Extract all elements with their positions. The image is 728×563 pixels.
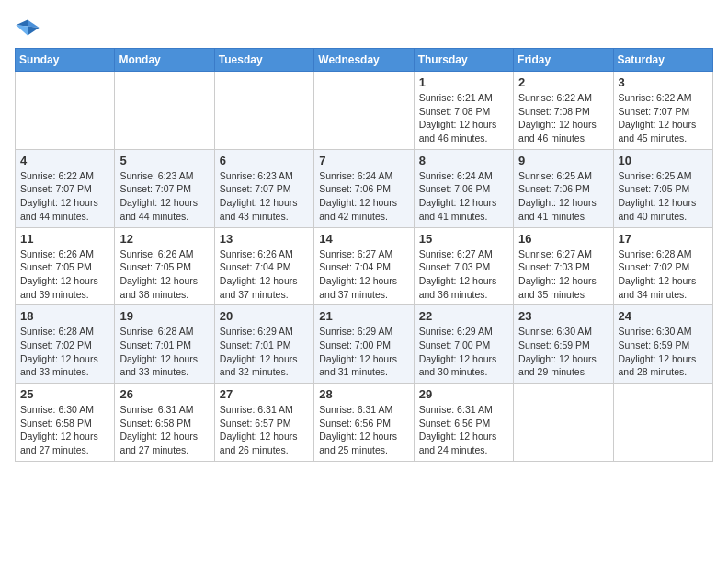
day-number: 16 xyxy=(518,232,608,246)
day-info: Sunrise: 6:28 AM Sunset: 7:01 PM Dayligh… xyxy=(119,325,209,379)
day-number: 2 xyxy=(518,75,608,89)
calendar-cell: 11Sunrise: 6:26 AM Sunset: 7:05 PM Dayli… xyxy=(16,227,115,305)
calendar-cell: 25Sunrise: 6:30 AM Sunset: 6:58 PM Dayli… xyxy=(16,384,115,462)
calendar-cell: 21Sunrise: 6:29 AM Sunset: 7:00 PM Dayli… xyxy=(314,305,414,384)
day-number: 28 xyxy=(319,387,408,401)
day-info: Sunrise: 6:23 AM Sunset: 7:07 PM Dayligh… xyxy=(119,169,209,224)
calendar-cell: 16Sunrise: 6:27 AM Sunset: 7:03 PM Dayli… xyxy=(514,227,613,305)
calendar-cell: 4Sunrise: 6:22 AM Sunset: 7:07 PM Daylig… xyxy=(16,149,115,227)
calendar-cell xyxy=(115,72,214,150)
day-number: 22 xyxy=(419,309,508,323)
day-info: Sunrise: 6:28 AM Sunset: 7:02 PM Dayligh… xyxy=(20,325,109,379)
calendar-header-thursday: Thursday xyxy=(414,49,513,72)
day-number: 7 xyxy=(319,154,408,167)
calendar-cell xyxy=(314,72,414,150)
calendar-cell: 3Sunrise: 6:22 AM Sunset: 7:07 PM Daylig… xyxy=(613,72,712,150)
calendar-cell: 6Sunrise: 6:23 AM Sunset: 7:07 PM Daylig… xyxy=(214,149,313,227)
day-number: 3 xyxy=(619,75,708,89)
day-info: Sunrise: 6:26 AM Sunset: 7:05 PM Dayligh… xyxy=(20,247,109,302)
day-number: 15 xyxy=(419,232,508,246)
day-info: Sunrise: 6:25 AM Sunset: 7:05 PM Dayligh… xyxy=(619,169,708,224)
calendar-cell: 22Sunrise: 6:29 AM Sunset: 7:00 PM Dayli… xyxy=(414,305,513,384)
day-info: Sunrise: 6:21 AM Sunset: 7:08 PM Dayligh… xyxy=(419,91,508,145)
day-info: Sunrise: 6:31 AM Sunset: 6:58 PM Dayligh… xyxy=(119,403,209,457)
calendar-header-saturday: Saturday xyxy=(613,49,712,72)
day-number: 26 xyxy=(119,387,209,401)
calendar-cell: 23Sunrise: 6:30 AM Sunset: 6:59 PM Dayli… xyxy=(514,305,613,384)
svg-marker-3 xyxy=(16,25,28,35)
calendar-cell: 28Sunrise: 6:31 AM Sunset: 6:56 PM Dayli… xyxy=(314,384,414,462)
calendar-week-2: 4Sunrise: 6:22 AM Sunset: 7:07 PM Daylig… xyxy=(16,149,713,227)
calendar-cell: 12Sunrise: 6:26 AM Sunset: 7:05 PM Dayli… xyxy=(115,227,214,305)
calendar-cell: 2Sunrise: 6:22 AM Sunset: 7:08 PM Daylig… xyxy=(514,72,613,150)
svg-marker-2 xyxy=(28,27,40,36)
day-number: 13 xyxy=(220,232,309,246)
calendar-cell: 1Sunrise: 6:21 AM Sunset: 7:08 PM Daylig… xyxy=(414,72,513,150)
calendar-cell: 13Sunrise: 6:26 AM Sunset: 7:04 PM Dayli… xyxy=(214,227,313,305)
day-info: Sunrise: 6:31 AM Sunset: 6:56 PM Dayligh… xyxy=(419,403,508,457)
day-number: 5 xyxy=(119,154,209,167)
calendar-cell: 19Sunrise: 6:28 AM Sunset: 7:01 PM Dayli… xyxy=(115,305,214,384)
calendar-table: SundayMondayTuesdayWednesdayThursdayFrid… xyxy=(15,48,713,462)
day-number: 21 xyxy=(319,309,408,323)
day-info: Sunrise: 6:27 AM Sunset: 7:04 PM Dayligh… xyxy=(319,247,408,302)
calendar-cell: 10Sunrise: 6:25 AM Sunset: 7:05 PM Dayli… xyxy=(613,149,712,227)
calendar-header-wednesday: Wednesday xyxy=(314,49,414,72)
calendar-cell: 27Sunrise: 6:31 AM Sunset: 6:57 PM Dayli… xyxy=(214,384,313,462)
calendar-week-3: 11Sunrise: 6:26 AM Sunset: 7:05 PM Dayli… xyxy=(16,227,713,305)
calendar-cell: 29Sunrise: 6:31 AM Sunset: 6:56 PM Dayli… xyxy=(414,384,513,462)
day-number: 18 xyxy=(20,309,109,323)
day-info: Sunrise: 6:31 AM Sunset: 6:57 PM Dayligh… xyxy=(220,403,309,457)
day-info: Sunrise: 6:22 AM Sunset: 7:08 PM Dayligh… xyxy=(518,91,608,145)
day-number: 25 xyxy=(20,387,109,401)
day-info: Sunrise: 6:30 AM Sunset: 6:58 PM Dayligh… xyxy=(20,403,109,457)
logo xyxy=(15,15,44,40)
day-info: Sunrise: 6:30 AM Sunset: 6:59 PM Dayligh… xyxy=(518,325,608,379)
day-info: Sunrise: 6:24 AM Sunset: 7:06 PM Dayligh… xyxy=(419,169,508,224)
day-info: Sunrise: 6:24 AM Sunset: 7:06 PM Dayligh… xyxy=(319,169,408,224)
calendar-cell: 18Sunrise: 6:28 AM Sunset: 7:02 PM Dayli… xyxy=(16,305,115,384)
calendar-week-1: 1Sunrise: 6:21 AM Sunset: 7:08 PM Daylig… xyxy=(16,72,713,150)
day-info: Sunrise: 6:23 AM Sunset: 7:07 PM Dayligh… xyxy=(220,169,309,224)
day-number: 19 xyxy=(119,309,209,323)
day-number: 27 xyxy=(220,387,309,401)
day-number: 14 xyxy=(319,232,408,246)
calendar-cell xyxy=(16,72,115,150)
day-info: Sunrise: 6:26 AM Sunset: 7:05 PM Dayligh… xyxy=(119,247,209,302)
calendar-cell: 26Sunrise: 6:31 AM Sunset: 6:58 PM Dayli… xyxy=(115,384,214,462)
calendar-cell: 9Sunrise: 6:25 AM Sunset: 7:06 PM Daylig… xyxy=(514,149,613,227)
calendar-header-tuesday: Tuesday xyxy=(214,49,313,72)
calendar-header-row: SundayMondayTuesdayWednesdayThursdayFrid… xyxy=(16,49,713,72)
calendar-header-friday: Friday xyxy=(514,49,613,72)
day-number: 23 xyxy=(518,309,608,323)
calendar-cell: 14Sunrise: 6:27 AM Sunset: 7:04 PM Dayli… xyxy=(314,227,414,305)
day-number: 12 xyxy=(119,232,209,246)
calendar-cell: 17Sunrise: 6:28 AM Sunset: 7:02 PM Dayli… xyxy=(613,227,712,305)
day-info: Sunrise: 6:27 AM Sunset: 7:03 PM Dayligh… xyxy=(518,247,608,302)
day-info: Sunrise: 6:28 AM Sunset: 7:02 PM Dayligh… xyxy=(619,247,708,302)
day-number: 17 xyxy=(619,232,708,246)
day-info: Sunrise: 6:27 AM Sunset: 7:03 PM Dayligh… xyxy=(419,247,508,302)
calendar-cell: 20Sunrise: 6:29 AM Sunset: 7:01 PM Dayli… xyxy=(214,305,313,384)
day-info: Sunrise: 6:22 AM Sunset: 7:07 PM Dayligh… xyxy=(619,91,708,145)
day-info: Sunrise: 6:26 AM Sunset: 7:04 PM Dayligh… xyxy=(220,247,309,302)
page-header xyxy=(15,15,713,40)
calendar-cell: 5Sunrise: 6:23 AM Sunset: 7:07 PM Daylig… xyxy=(115,149,214,227)
day-info: Sunrise: 6:29 AM Sunset: 7:01 PM Dayligh… xyxy=(220,325,309,379)
day-info: Sunrise: 6:29 AM Sunset: 7:00 PM Dayligh… xyxy=(419,325,508,379)
calendar-cell: 24Sunrise: 6:30 AM Sunset: 6:59 PM Dayli… xyxy=(613,305,712,384)
day-number: 4 xyxy=(20,154,109,167)
svg-marker-0 xyxy=(28,20,40,28)
day-number: 10 xyxy=(619,154,708,167)
day-info: Sunrise: 6:29 AM Sunset: 7:00 PM Dayligh… xyxy=(319,325,408,379)
calendar-cell xyxy=(613,384,712,462)
calendar-header-monday: Monday xyxy=(115,49,214,72)
calendar-header-sunday: Sunday xyxy=(16,49,115,72)
calendar-cell xyxy=(514,384,613,462)
day-number: 11 xyxy=(20,232,109,246)
calendar-cell: 7Sunrise: 6:24 AM Sunset: 7:06 PM Daylig… xyxy=(314,149,414,227)
day-info: Sunrise: 6:31 AM Sunset: 6:56 PM Dayligh… xyxy=(319,403,408,457)
day-number: 6 xyxy=(220,154,309,167)
calendar-cell: 8Sunrise: 6:24 AM Sunset: 7:06 PM Daylig… xyxy=(414,149,513,227)
calendar-week-5: 25Sunrise: 6:30 AM Sunset: 6:58 PM Dayli… xyxy=(16,384,713,462)
